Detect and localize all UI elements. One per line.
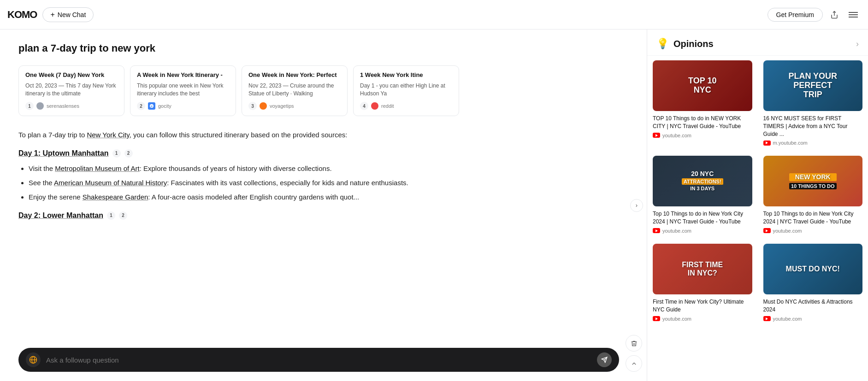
source-cards: One Week (7 Day) New York Oct 20, 2023 —…: [18, 65, 628, 116]
opinions-chevron[interactable]: ›: [856, 39, 859, 49]
source-card-1-title: One Week (7 Day) New York: [25, 71, 118, 79]
source-card-2-footer: 2 P gocity: [137, 102, 229, 110]
video-thumb-4: FIRST TIMEIN NYC?: [653, 244, 752, 294]
video-title-5: Must Do NYC Activities & Attractions 202…: [763, 298, 863, 314]
source-favicon-2: P: [148, 102, 155, 110]
video-domain-4: youtube.com: [662, 316, 691, 322]
send-button[interactable]: [597, 352, 612, 367]
source-card-1-footer: 1 serenaslenses: [25, 102, 118, 110]
youtube-icon-1: [763, 141, 771, 146]
new-chat-button[interactable]: + New Chat: [42, 7, 94, 22]
shakespeare-link[interactable]: Shakespeare Garden: [83, 193, 148, 201]
video-card-2[interactable]: 20 NYCATTRACTIONS!IN 3 DAYS Top 10 Thing…: [647, 151, 758, 239]
video-thumb-1: PLAN YOURPERFECTTRIP: [763, 60, 863, 111]
header-right: Get Premium: [768, 8, 861, 22]
source-card-4-title: 1 Week New York Itine: [360, 71, 452, 79]
collapse-button[interactable]: [626, 355, 642, 372]
share-button[interactable]: [827, 8, 841, 22]
video-card-3[interactable]: NEW YORK 10 THINGS TO DO Top 10 Things t…: [758, 151, 868, 239]
main-layout: plan a 7-day trip to new york One Week (…: [0, 29, 868, 381]
source-domain-3: voyagetips: [270, 103, 294, 109]
day2-heading: Day 2: Lower Manhattan 1 2: [18, 211, 628, 220]
opinions-header: 💡 Opinions ›: [647, 29, 868, 56]
youtube-icon-0: [653, 133, 660, 138]
video-grid: TOP 10NYC TOP 10 Things to do in NEW YOR…: [647, 56, 868, 327]
query-title: plan a 7-day trip to new york: [18, 42, 628, 54]
source-card-1-snippet: Oct 20, 2023 — This 7 day New York itine…: [25, 82, 118, 98]
video-title-0: TOP 10 Things to do in NEW YORK CITY | N…: [653, 115, 752, 130]
followup-bar: [18, 348, 619, 372]
get-premium-button[interactable]: Get Premium: [768, 8, 823, 22]
video-card-4[interactable]: FIRST TIMEIN NYC? First Time in New York…: [647, 239, 758, 327]
source-num-2: 2: [137, 102, 145, 110]
lightbulb-icon: 💡: [656, 38, 669, 50]
youtube-icon-4: [653, 316, 660, 321]
hamburger-icon: [849, 12, 858, 18]
video-domain-3: youtube.com: [773, 228, 802, 234]
source-card-3-snippet: Nov 22, 2023 — Cruise around the Statue …: [248, 82, 341, 98]
day1-ref-1[interactable]: 1: [112, 149, 121, 158]
source-card-3-title: One Week in New York: Perfect: [248, 71, 341, 79]
day2-ref-1[interactable]: 1: [107, 211, 115, 220]
video-title-4: First Time in New York City? Ultimate NY…: [653, 298, 752, 314]
video-domain-1: m.youtube.com: [773, 140, 808, 146]
source-card-4[interactable]: 1 Week New York Itine Day 1 - you can ei…: [353, 65, 459, 116]
video-source-5: youtube.com: [763, 316, 863, 322]
nyc-link[interactable]: New York City: [87, 131, 129, 139]
video-thumb-0: TOP 10NYC: [653, 60, 752, 111]
video-source-3: youtube.com: [763, 228, 863, 234]
video-source-0: youtube.com: [653, 133, 752, 138]
video-thumb-text-4: FIRST TIMEIN NYC?: [680, 259, 725, 279]
source-card-1[interactable]: One Week (7 Day) New York Oct 20, 2023 —…: [18, 65, 124, 116]
video-domain-0: youtube.com: [662, 133, 691, 138]
followup-input[interactable]: [46, 356, 591, 364]
day1-heading: Day 1: Uptown Manhattan 1 2: [18, 149, 628, 158]
youtube-icon-5: [763, 316, 771, 321]
source-card-2-title: A Week in New York Itinerary -: [137, 71, 229, 79]
menu-button[interactable]: [846, 9, 861, 21]
source-card-4-footer: 4 reddit: [360, 102, 452, 110]
met-link[interactable]: Metropolitan Museum of Art: [55, 164, 139, 172]
globe-icon: [29, 356, 37, 364]
source-num-4: 4: [360, 102, 368, 110]
bullet-met: Visit the Metropolitan Museum of Art: Ex…: [29, 162, 628, 175]
intro-text: To plan a 7-day trip to New York City, y…: [18, 129, 628, 141]
plus-icon: +: [50, 11, 54, 19]
video-card-1[interactable]: PLAN YOURPERFECTTRIP 16 NYC MUST SEES fo…: [758, 56, 868, 151]
delete-button[interactable]: [626, 335, 642, 352]
trash-icon: [631, 340, 638, 347]
amnh-link[interactable]: American Museum of Natural History: [54, 179, 167, 187]
svg-text:P: P: [151, 105, 153, 108]
video-domain-5: youtube.com: [773, 316, 802, 322]
video-card-5[interactable]: MUST DO NYC! Must Do NYC Activities & At…: [758, 239, 868, 327]
header: KOMO + New Chat Get Premium: [0, 0, 868, 29]
video-title-3: Top 10 Things to do in New York City 202…: [763, 210, 863, 226]
video-thumb-text-5: MUST DO NYC!: [784, 263, 842, 275]
video-domain-2: youtube.com: [662, 228, 691, 234]
globe-icon-wrap: [26, 352, 41, 367]
opinions-title: Opinions: [673, 39, 714, 49]
day2-ref-2[interactable]: 2: [119, 211, 127, 220]
source-num-3: 3: [248, 102, 257, 110]
source-domain-2: gocity: [158, 103, 171, 109]
day1-link[interactable]: Day 1: Uptown Manhattan: [18, 149, 109, 158]
source-card-2[interactable]: A Week in New York Itinerary - This popu…: [130, 65, 236, 116]
scroll-right-arrow[interactable]: ›: [630, 199, 643, 212]
left-panel: plan a 7-day trip to new york One Week (…: [0, 29, 647, 381]
video-card-0[interactable]: TOP 10NYC TOP 10 Things to do in NEW YOR…: [647, 56, 758, 151]
video-thumb-text-0: TOP 10NYC: [686, 75, 718, 97]
day1-ref-2[interactable]: 2: [124, 149, 133, 158]
source-card-4-snippet: Day 1 - you can either High Line at Huds…: [360, 82, 452, 98]
video-source-2: youtube.com: [653, 228, 752, 234]
logo: KOMO: [7, 9, 37, 21]
day2-link[interactable]: Day 2: Lower Manhattan: [18, 211, 103, 220]
source-card-2-snippet: This popular one week in New York itiner…: [137, 82, 229, 98]
video-thumb-text-1: PLAN YOURPERFECTTRIP: [786, 70, 839, 101]
chevron-up-icon: [631, 360, 638, 367]
source-card-3[interactable]: One Week in New York: Perfect Nov 22, 20…: [242, 65, 348, 116]
video-thumb-5: MUST DO NYC!: [763, 244, 863, 294]
source-num-1: 1: [25, 102, 34, 110]
bullet-amnh: See the American Museum of Natural Histo…: [29, 176, 628, 189]
video-title-1: 16 NYC MUST SEES for FIRST TIMERS | Advi…: [763, 115, 863, 138]
send-icon: [601, 357, 608, 363]
